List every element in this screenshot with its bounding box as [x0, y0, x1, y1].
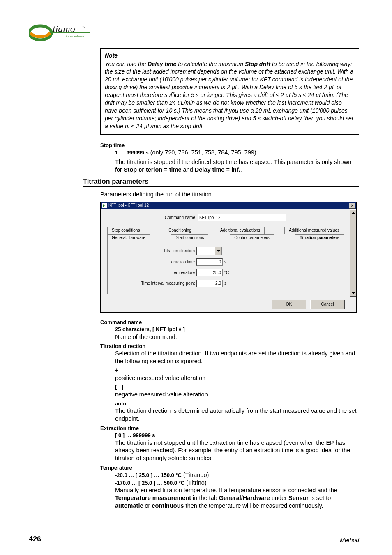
dialog-titlebar: KFT Ipol - KFT Ipol 12 ×	[101, 202, 356, 209]
kw-temp-measurement: Temperature measurement	[115, 495, 191, 501]
logo: tiamo ™ titration and more	[29, 24, 90, 44]
kw-general-hardware: General/Hardware	[219, 495, 270, 501]
text: =	[224, 166, 231, 173]
auto-desc: The titration direction is determined au…	[115, 407, 359, 423]
note-text: to calculate the maximum	[176, 61, 245, 67]
tab-additional-measured-values[interactable]: Additional measured values	[284, 227, 344, 234]
cancel-button[interactable]: Cancel	[310, 300, 345, 309]
titration-direction-label: Titration direction	[113, 249, 196, 254]
text: in the tab	[191, 495, 219, 501]
svg-text:tiamo: tiamo	[53, 24, 75, 34]
dialog-kft-ipol: KFT Ipol - KFT Ipol 12 × Command name KF…	[100, 202, 357, 313]
section-title: Titration parameters	[83, 177, 359, 187]
dialog-title: KFT Ipol - KFT Ipol 12	[108, 203, 149, 208]
text: or	[143, 502, 152, 509]
kw-automatic: automatic	[115, 502, 143, 509]
command-name-desc: Name of the command.	[115, 333, 359, 341]
minus-label: [ - ]	[115, 384, 123, 390]
auto-label: auto	[115, 401, 126, 407]
note-kw-delay: Delay time	[148, 61, 176, 67]
note-text: to be used in the following way: the siz…	[105, 61, 353, 129]
note-title: Note	[105, 52, 355, 60]
plus-desc: positive measured value alteration	[115, 374, 359, 382]
temperature-range2: -170.0 … [ 25.0 ] … 500.0 °C	[115, 480, 184, 486]
text: Manually entered titration temperature. …	[115, 487, 337, 493]
extraction-time-range: [ 0 ] … 999999 s	[115, 432, 155, 438]
chevron-down-icon[interactable]	[215, 247, 221, 255]
extraction-time-label: Extraction time	[113, 260, 196, 265]
val-time: time	[169, 166, 182, 173]
note-kw-stopdrift: Stop drift	[245, 61, 270, 67]
stop-time-desc: The titration is stopped if the defined …	[115, 158, 359, 174]
text: .	[240, 166, 242, 173]
plus-label: +	[115, 367, 118, 373]
time-interval-input[interactable]: 2.0	[196, 280, 223, 287]
kw-continuous: continuous	[152, 502, 184, 509]
command-name-label: Command name	[165, 215, 195, 221]
note-body: You can use the Delay time to calculate …	[105, 60, 355, 130]
footer-section: Method	[340, 537, 359, 543]
tab-start-conditions[interactable]: Start conditions	[171, 234, 208, 242]
extraction-time-input[interactable]: 0	[196, 258, 223, 266]
minus-desc: negative measured value alteration	[115, 391, 359, 398]
extraction-time-desc: The titration is not stopped until the e…	[115, 439, 359, 463]
scroll-down-icon[interactable]	[350, 290, 356, 297]
note-text: You can use the	[105, 61, 148, 67]
select-value: -	[198, 249, 200, 254]
scroll-up-icon[interactable]	[350, 209, 356, 216]
section-intro: Parameters defining the run of the titra…	[100, 191, 359, 198]
tab-stop-conditions[interactable]: Stop conditions	[107, 227, 144, 234]
tab-conditioning[interactable]: Conditioning	[164, 227, 196, 234]
titration-direction-term: Titration direction	[100, 343, 359, 350]
temperature-label: Temperature	[113, 270, 196, 276]
text: and	[182, 166, 195, 173]
temperature-range1-note: (Titrando)	[182, 472, 209, 478]
temperature-desc: Manually entered titration temperature. …	[115, 486, 359, 510]
temperature-unit: °C	[224, 270, 229, 276]
dialog-icon	[102, 203, 107, 208]
scrollbar[interactable]	[350, 209, 356, 297]
ok-button[interactable]: OK	[272, 300, 306, 309]
close-icon[interactable]: ×	[349, 203, 355, 209]
kw-sensor: Sensor	[288, 495, 309, 501]
extraction-time-unit: s	[224, 260, 226, 265]
note-box: Note You can use the Delay time to calcu…	[100, 48, 359, 135]
temperature-range2-note: (Titrino)	[184, 479, 206, 486]
temperature-term: Temperature	[100, 465, 359, 471]
titration-direction-select[interactable]: -	[196, 247, 222, 255]
temperature-input[interactable]: 25.0	[196, 269, 223, 276]
text: then the temperature will be measured co…	[184, 502, 323, 509]
command-name-input[interactable]: KFT Ipol 12	[198, 214, 286, 221]
text: =	[162, 166, 169, 173]
stop-time-range: 1 … 999999 s	[115, 150, 149, 156]
svg-text:titration and more: titration and more	[65, 35, 84, 37]
titration-direction-desc: Selection of the titration direction. If…	[115, 350, 359, 365]
text: under	[270, 495, 288, 501]
time-interval-label: Time interval measuring point	[113, 281, 196, 286]
text: is set to	[309, 495, 331, 501]
kw-delay-time: Delay time	[195, 166, 225, 173]
command-name-range: 25 characters, [ KFT Ipol # ]	[115, 326, 185, 332]
tab-general-hardware[interactable]: General/Hardware	[107, 234, 150, 242]
page-number: 426	[29, 535, 41, 543]
stop-time-term: Stop time	[100, 142, 359, 149]
tab-control-parameters[interactable]: Control parameters	[230, 234, 274, 242]
time-interval-unit: s	[224, 281, 226, 286]
svg-text:™: ™	[82, 26, 85, 30]
tab-additional-evaluations[interactable]: Additional evaluations	[216, 227, 265, 234]
temperature-range1: -20.0 … [ 25.0 ] … 150.0 °C	[115, 472, 182, 478]
tab-panel: Titration direction - Extraction time 0 …	[107, 241, 344, 294]
command-name-term: Command name	[100, 319, 359, 326]
tab-titration-parameters[interactable]: Titration parameters	[295, 234, 344, 242]
kw-stop-criterion: Stop criterion	[124, 166, 162, 173]
val-inf: inf.	[231, 166, 240, 173]
extraction-time-term: Extraction time	[100, 425, 359, 432]
stop-time-note: (only 720, 736, 751, 758, 784, 795, 799)	[149, 149, 256, 156]
